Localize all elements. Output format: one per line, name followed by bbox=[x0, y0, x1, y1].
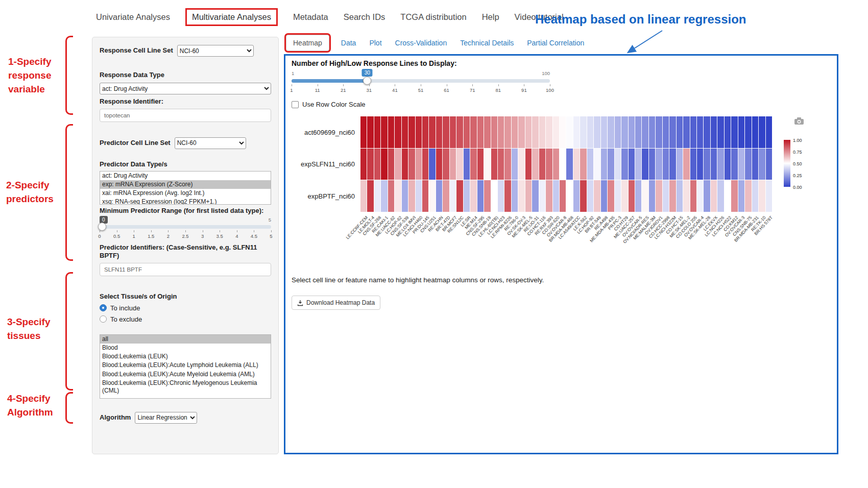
heatmap-cell[interactable] bbox=[766, 149, 772, 180]
heatmap-cell[interactable] bbox=[759, 149, 765, 180]
tab-partial-correlation[interactable]: Partial Correlation bbox=[520, 35, 591, 51]
predictor-data-type-option[interactable]: xsq: RNA-seq Expression (log2 FPKM+1.) bbox=[100, 198, 271, 204]
slider-track[interactable] bbox=[100, 225, 271, 229]
heatmap-cell[interactable] bbox=[504, 116, 511, 148]
heatmap-cell[interactable] bbox=[477, 149, 484, 180]
tissue-option[interactable]: all bbox=[100, 335, 271, 344]
heatmap-cell[interactable] bbox=[456, 116, 463, 148]
heatmap-cell[interactable] bbox=[594, 149, 600, 180]
heatmap-cell[interactable] bbox=[683, 149, 689, 180]
heatmap-cell[interactable] bbox=[470, 116, 476, 148]
heatmap-ylabel[interactable]: expSLFN11_nci60 bbox=[301, 160, 355, 168]
heatmap-cell[interactable] bbox=[374, 116, 380, 148]
heatmap-cell[interactable] bbox=[690, 149, 696, 180]
heatmap-cell[interactable] bbox=[498, 180, 504, 212]
heatmap-cell[interactable] bbox=[388, 149, 394, 180]
heatmap-cell[interactable] bbox=[656, 180, 662, 212]
heatmap-cell[interactable] bbox=[752, 180, 758, 212]
heatmap-cell[interactable] bbox=[388, 116, 394, 148]
heatmap-cell[interactable] bbox=[731, 180, 737, 212]
heatmap-cell[interactable] bbox=[477, 180, 484, 212]
heatmap-cell[interactable] bbox=[656, 116, 662, 148]
heatmap-cell[interactable] bbox=[587, 116, 593, 148]
tissue-include-radio[interactable] bbox=[100, 304, 107, 311]
nav-item-help[interactable]: Help bbox=[482, 12, 499, 22]
heatmap-cell[interactable] bbox=[539, 116, 545, 148]
heatmap-cell[interactable] bbox=[566, 180, 572, 212]
heatmap-cell[interactable] bbox=[629, 149, 635, 180]
tissue-list[interactable]: allBloodBlood:Leukemia (LEUK)Blood:Leuke… bbox=[100, 334, 271, 399]
response-identifier-input[interactable] bbox=[100, 109, 271, 122]
heatmap-cell[interactable] bbox=[381, 149, 387, 180]
heatmap-cell[interactable] bbox=[594, 116, 600, 148]
tab-technical-details[interactable]: Technical Details bbox=[453, 35, 520, 51]
heatmap-cell[interactable] bbox=[443, 180, 449, 212]
heatmap-cell[interactable] bbox=[594, 180, 600, 212]
heatmap-cell[interactable] bbox=[518, 149, 524, 180]
heatmap-cell[interactable] bbox=[416, 116, 422, 148]
tissue-option[interactable]: Blood bbox=[100, 344, 271, 352]
heatmap-cell[interactable] bbox=[408, 116, 415, 148]
predictor-data-type-option[interactable]: xai: mRNA Expression (Avg. log2 Int.) bbox=[100, 189, 271, 198]
heatmap-cell[interactable] bbox=[656, 149, 662, 180]
heatmap-cell[interactable] bbox=[525, 149, 532, 180]
heatmap-cell[interactable] bbox=[498, 149, 504, 180]
heatmap-cell[interactable] bbox=[738, 149, 744, 180]
heatmap-cell[interactable] bbox=[608, 180, 614, 212]
heatmap-cell[interactable] bbox=[436, 180, 442, 212]
tab-cross-validation[interactable]: Cross-Validation bbox=[389, 35, 454, 51]
heatmap-cell[interactable] bbox=[697, 149, 703, 180]
heatmap-cell[interactable] bbox=[456, 180, 463, 212]
nav-item-search-ids[interactable]: Search IDs bbox=[344, 12, 385, 22]
heatmap-cell[interactable] bbox=[532, 149, 538, 180]
heatmap-cell[interactable] bbox=[745, 116, 751, 148]
heatmap-cell[interactable] bbox=[450, 116, 456, 148]
heatmap-cell[interactable] bbox=[663, 116, 669, 148]
heatmap-cell[interactable] bbox=[367, 116, 373, 148]
heatmap-cell[interactable] bbox=[360, 116, 367, 148]
heatmap-cell[interactable] bbox=[470, 180, 476, 212]
heatmap-cell[interactable] bbox=[491, 180, 497, 212]
heatmap-cell[interactable] bbox=[416, 180, 422, 212]
heatmap-cell[interactable] bbox=[546, 116, 552, 148]
heatmap-cell[interactable] bbox=[381, 116, 387, 148]
predictor-cell-line-set-select[interactable]: NCI-60 bbox=[175, 137, 246, 149]
heatmap-cell[interactable] bbox=[464, 180, 470, 212]
heatmap-cell[interactable] bbox=[642, 149, 648, 180]
heatmap-cell[interactable] bbox=[683, 180, 689, 212]
heatmap-cell[interactable] bbox=[498, 116, 504, 148]
heatmap-cell[interactable] bbox=[408, 149, 415, 180]
slider-handle[interactable] bbox=[98, 223, 106, 231]
camera-icon[interactable] bbox=[794, 117, 804, 125]
heatmap-cell[interactable] bbox=[525, 180, 532, 212]
heatmap-cell[interactable] bbox=[477, 116, 484, 148]
heatmap-cell[interactable] bbox=[738, 180, 744, 212]
heatmap-cell[interactable] bbox=[402, 180, 408, 212]
heatmap-cell[interactable] bbox=[560, 116, 566, 148]
heatmap-cell[interactable] bbox=[566, 149, 572, 180]
heatmap-cell[interactable] bbox=[669, 116, 676, 148]
heatmap-cell[interactable] bbox=[532, 180, 538, 212]
heatmap-cell[interactable] bbox=[580, 116, 586, 148]
heatmap-cell[interactable] bbox=[360, 180, 367, 212]
tissue-option[interactable]: Blood:Leukemia (LEUK):Acute Lymphoid Leu… bbox=[100, 361, 271, 370]
heatmap-cell[interactable] bbox=[677, 180, 683, 212]
heatmap-cell[interactable] bbox=[484, 116, 490, 148]
heatmap-cell[interactable] bbox=[635, 149, 641, 180]
heatmap-cell[interactable] bbox=[422, 180, 428, 212]
heatmap-cell[interactable] bbox=[381, 180, 387, 212]
heatmap-cell[interactable] bbox=[573, 149, 580, 180]
heatmap-cell[interactable] bbox=[429, 149, 435, 180]
heatmap-cell[interactable] bbox=[395, 180, 401, 212]
tissue-option[interactable]: Blood:Leukemia (LEUK):Acute Myeloid Leuk… bbox=[100, 370, 271, 379]
heatmap-cell[interactable] bbox=[532, 116, 538, 148]
heatmap-cell[interactable] bbox=[717, 116, 724, 148]
heatmap-cell[interactable] bbox=[518, 180, 524, 212]
row-color-scale-row[interactable]: Use Row Color Scale bbox=[292, 101, 366, 108]
heatmap-cell[interactable] bbox=[436, 149, 442, 180]
heatmap-cell[interactable] bbox=[539, 149, 545, 180]
heatmap-cell[interactable] bbox=[367, 180, 373, 212]
heatmap-cell[interactable] bbox=[395, 116, 401, 148]
heatmap-ylabel[interactable]: act609699_nci60 bbox=[304, 129, 355, 136]
heatmap-cell[interactable] bbox=[580, 149, 586, 180]
